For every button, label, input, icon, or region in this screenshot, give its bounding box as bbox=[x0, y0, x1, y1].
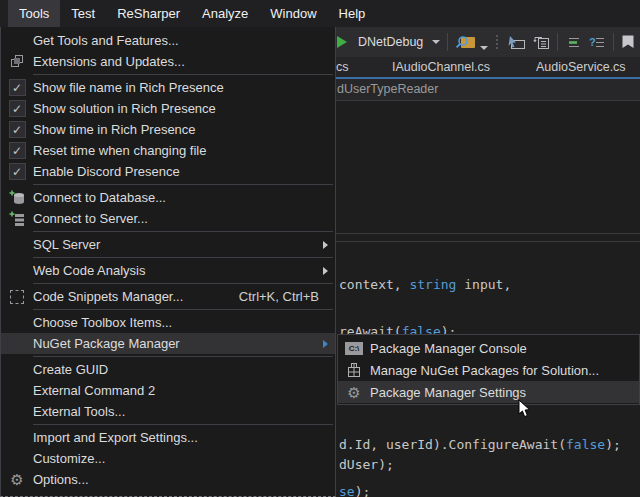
checkmark-icon: ✓ bbox=[9, 100, 26, 117]
menu-item-label: Connect to Server... bbox=[33, 211, 335, 226]
menu-item-gutter: ✓ bbox=[1, 121, 33, 138]
menu-separator bbox=[33, 283, 333, 284]
menu-separator bbox=[33, 424, 333, 425]
menu-item-manage-nuget-packages-for-solution[interactable]: Manage NuGet Packages for Solution... bbox=[338, 359, 639, 381]
menu-item-label: External Command 2 bbox=[33, 383, 335, 398]
run-config-dropdown-icon[interactable] bbox=[432, 40, 440, 44]
menu-item-gutter: ✓ bbox=[1, 100, 33, 117]
menu-item-label: Show time in Rich Presence bbox=[33, 122, 335, 137]
menu-separator bbox=[33, 74, 333, 75]
menubar: ToolsTestReSharperAnalyzeWindowHelp bbox=[0, 0, 640, 27]
menu-item-import-and-export-settings[interactable]: Import and Export Settings... bbox=[1, 427, 335, 448]
toolbar-content: DNetDebug ? bbox=[337, 27, 640, 57]
copy-structure-icon[interactable] bbox=[533, 35, 550, 50]
extensions-icon bbox=[9, 54, 25, 70]
tools-menu: Get Tools and Features...Extensions and … bbox=[0, 27, 336, 497]
toolbar-separator bbox=[447, 33, 448, 51]
menu-item-show-file-name-in-rich-presence[interactable]: ✓Show file name in Rich Presence bbox=[1, 77, 335, 98]
menubar-item-window[interactable]: Window bbox=[259, 0, 327, 27]
menu-separator bbox=[33, 309, 333, 310]
menu-item-sql-server[interactable]: SQL Server bbox=[1, 234, 335, 255]
menu-item-show-time-in-rich-presence[interactable]: ✓Show time in Rich Presence bbox=[1, 119, 335, 140]
editor-divider-line bbox=[336, 241, 640, 242]
menubar-item-help[interactable]: Help bbox=[328, 0, 377, 27]
bookmark-icon[interactable] bbox=[621, 34, 635, 50]
toolbar-grip[interactable] bbox=[495, 34, 500, 50]
menu-item-enable-discord-presence[interactable]: ✓Enable Discord Presence bbox=[1, 161, 335, 182]
menu-separator bbox=[33, 356, 333, 357]
menu-item-label: Connect to Database... bbox=[33, 190, 335, 205]
find-in-files-icon[interactable] bbox=[455, 34, 476, 50]
menubar-item-test[interactable]: Test bbox=[60, 0, 106, 27]
menu-item-label: Enable Discord Presence bbox=[33, 164, 335, 179]
menu-item-package-manager-settings[interactable]: ⚙Package Manager Settings bbox=[338, 381, 639, 403]
code-line: context, string input, bbox=[339, 277, 511, 292]
submenu-arrow-icon bbox=[323, 241, 328, 249]
menu-item-gutter bbox=[1, 290, 33, 304]
menu-item-connect-to-server[interactable]: Connect to Server... bbox=[1, 208, 335, 229]
menu-item-gutter: C:\ bbox=[338, 342, 370, 355]
menu-item-label: Show file name in Rich Presence bbox=[33, 80, 335, 95]
menu-item-gutter bbox=[1, 211, 33, 227]
checkmark-icon: ✓ bbox=[9, 121, 26, 138]
menubar-item-resharper[interactable]: ReSharper bbox=[106, 0, 191, 27]
find-options-dropdown-icon[interactable] bbox=[480, 46, 488, 50]
mouse-cursor bbox=[517, 399, 531, 419]
menu-item-external-tools[interactable]: External Tools... bbox=[1, 401, 335, 422]
format-lines-icon[interactable] bbox=[565, 35, 582, 49]
submenu-arrow-icon bbox=[323, 267, 328, 275]
menu-item-label: Choose Toolbox Items... bbox=[33, 315, 335, 330]
menubar-item-analyze[interactable]: Analyze bbox=[191, 0, 259, 27]
menu-item-gutter bbox=[338, 362, 370, 378]
menu-item-code-snippets-manager[interactable]: Code Snippets Manager...Ctrl+K, Ctrl+B bbox=[1, 286, 335, 307]
editor-divider-line bbox=[336, 233, 640, 234]
menu-item-label: Import and Export Settings... bbox=[33, 430, 335, 445]
menu-item-connect-to-database[interactable]: Connect to Database... bbox=[1, 187, 335, 208]
select-element-icon[interactable] bbox=[507, 35, 526, 50]
menubar-item-tools[interactable]: Tools bbox=[8, 0, 60, 27]
svg-text:?: ? bbox=[589, 36, 596, 48]
vs-window: ToolsTestReSharperAnalyzeWindowHelp DNet… bbox=[0, 0, 640, 497]
menu-item-gutter: ⚙ bbox=[1, 472, 33, 487]
menu-item-get-tools-and-features[interactable]: Get Tools and Features... bbox=[1, 30, 335, 51]
hints-lines-icon[interactable]: ? bbox=[589, 35, 606, 49]
checkmark-icon: ✓ bbox=[9, 142, 26, 159]
tab-audioservice-cs[interactable]: AudioService.cs bbox=[536, 60, 626, 74]
console-icon: C:\ bbox=[345, 342, 363, 355]
menu-item-gutter: ✓ bbox=[1, 142, 33, 159]
nuget-packages-icon bbox=[346, 362, 362, 378]
menu-item-label: NuGet Package Manager bbox=[33, 336, 323, 351]
menu-separator bbox=[33, 257, 333, 258]
menu-item-web-code-analysis[interactable]: Web Code Analysis bbox=[1, 260, 335, 281]
menu-item-customize[interactable]: Customize... bbox=[1, 448, 335, 469]
menu-item-create-guid[interactable]: Create GUID bbox=[1, 359, 335, 380]
menu-item-label: SQL Server bbox=[33, 237, 323, 252]
menu-item-show-solution-in-rich-presence[interactable]: ✓Show solution in Rich Presence bbox=[1, 98, 335, 119]
nuget-submenu: C:\Package Manager ConsoleManage NuGet P… bbox=[337, 334, 640, 405]
tab-iaudiochannel-cs[interactable]: IAudioChannel.cs bbox=[392, 60, 490, 74]
code-line: se); bbox=[339, 484, 370, 497]
menu-item-extensions-and-updates[interactable]: Extensions and Updates... bbox=[1, 51, 335, 72]
menu-item-label: Package Manager Settings bbox=[370, 385, 639, 400]
menu-item-reset-time-when-changing-file[interactable]: ✓Reset time when changing file bbox=[1, 140, 335, 161]
menu-item-shortcut: Ctrl+K, Ctrl+B bbox=[239, 289, 319, 304]
breadcrumb-text: dUserTypeReader bbox=[337, 82, 438, 96]
menu-item-label: Show solution in Rich Presence bbox=[33, 101, 335, 116]
menu-item-label: Code Snippets Manager... bbox=[33, 289, 239, 304]
menu-item-nuget-package-manager[interactable]: NuGet Package Manager bbox=[1, 333, 335, 354]
start-debug-icon[interactable] bbox=[337, 36, 347, 48]
server-add-icon bbox=[9, 211, 26, 227]
tab-cs[interactable]: cs bbox=[336, 60, 349, 74]
menu-item-package-manager-console[interactable]: C:\Package Manager Console bbox=[338, 337, 639, 359]
menu-item-label: External Tools... bbox=[33, 404, 335, 419]
menu-item-label: Reset time when changing file bbox=[33, 143, 335, 158]
menu-item-label: Get Tools and Features... bbox=[33, 33, 335, 48]
menu-item-options[interactable]: ⚙Options... bbox=[1, 469, 335, 490]
menu-item-label: Customize... bbox=[33, 451, 335, 466]
gear-icon: ⚙ bbox=[10, 472, 23, 487]
menu-separator bbox=[33, 231, 333, 232]
menu-item-external-command-2[interactable]: External Command 2 bbox=[1, 380, 335, 401]
checkmark-icon: ✓ bbox=[9, 163, 26, 180]
run-config-label[interactable]: DNetDebug bbox=[354, 35, 425, 49]
menu-item-choose-toolbox-items[interactable]: Choose Toolbox Items... bbox=[1, 312, 335, 333]
